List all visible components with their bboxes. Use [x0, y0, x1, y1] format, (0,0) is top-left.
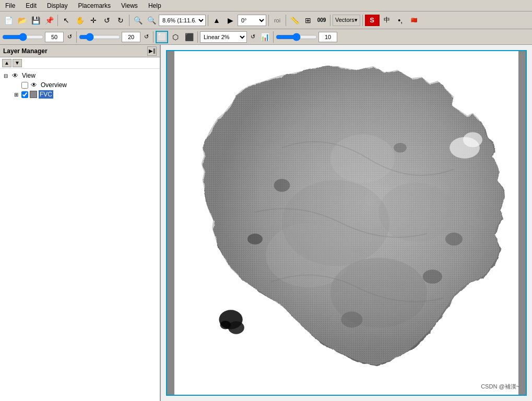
svg-point-12 [379, 183, 454, 241]
zoom-out-button[interactable]: 🔍 [132, 14, 144, 27]
roi-icon[interactable]: roi [271, 14, 283, 27]
dot-menu[interactable]: •, [394, 14, 407, 27]
nav-right-button[interactable]: ▶ [224, 14, 237, 27]
lm-header: Layer Manager ▶‖ [0, 45, 160, 57]
measure-tool[interactable]: 📏 [288, 14, 301, 27]
menu-file[interactable]: File [2, 2, 18, 10]
svg-point-17 [394, 143, 407, 153]
sep10 [197, 31, 198, 43]
chinese-btn1[interactable]: 中 [381, 14, 393, 27]
svg-point-18 [341, 311, 362, 327]
lm-nav-up[interactable]: ▲ [2, 59, 11, 67]
brightness-slider[interactable] [2, 33, 44, 41]
menu-placemarks[interactable]: Placemarks [75, 2, 114, 10]
sep8 [76, 31, 77, 43]
open-button[interactable]: 📂 [16, 14, 28, 27]
sep3 [208, 15, 208, 26]
overview-expand[interactable] [13, 81, 20, 89]
pin-button[interactable]: 📌 [43, 14, 55, 27]
undo-button[interactable]: ↺ [101, 14, 113, 27]
svg-point-16 [274, 179, 290, 192]
grid-tool[interactable]: ⊞ [302, 14, 314, 27]
contrast-refresh[interactable]: ↺ [141, 32, 151, 42]
map-svg [167, 51, 526, 395]
svg-point-7 [228, 321, 244, 334]
fvc-layer-icon [30, 91, 37, 98]
svg-point-10 [463, 132, 482, 147]
menu-display[interactable]: Display [44, 2, 70, 10]
toolbar1: 📄 📂 💾 📌 ↖ ✋ ✛ ↺ ↻ 🔍 🔍 8.6% (1:11.6...) ▲… [0, 11, 532, 29]
lm-tree: ⊟ 👁 View 👁 Overview ⊞ FVC [0, 69, 160, 401]
svg-point-21 [445, 233, 463, 246]
stretch-apply-btn[interactable]: ⬛ [183, 31, 195, 43]
stretch-roi-btn[interactable]: ⬡ [169, 31, 182, 43]
move-tool[interactable]: ✛ [87, 14, 100, 27]
brightness-input[interactable] [45, 32, 64, 42]
map-viewer[interactable]: CSDN @補漢~ [161, 45, 532, 401]
tree-fvc-node: ⊞ FVC [13, 90, 158, 99]
main: Layer Manager ▶‖ ▲ ▼ ⊟ 👁 View 👁 Overview [0, 45, 532, 401]
menu-help[interactable]: Help [145, 2, 164, 10]
gamma-slider-group [276, 33, 317, 41]
overview-checkbox[interactable] [21, 82, 28, 89]
svg-point-19 [423, 270, 442, 284]
view-expand[interactable]: ⊟ [2, 72, 9, 79]
fvc-label[interactable]: FVC [39, 90, 53, 99]
save-button[interactable]: 💾 [29, 14, 42, 27]
sep1 [57, 15, 58, 26]
svg-point-11 [330, 135, 395, 183]
menubar: File Edit Display Placemarks Views Help [0, 0, 532, 11]
lm-nav-down[interactable]: ▼ [13, 59, 22, 67]
contrast-slider[interactable] [79, 33, 121, 41]
gamma-input[interactable] [318, 32, 337, 42]
stretch-select[interactable]: Linear 2% [200, 31, 247, 43]
redo-button[interactable]: ↻ [114, 14, 127, 27]
fvc-expand[interactable]: ⊞ [13, 91, 20, 98]
vectors-button[interactable]: Vectors▾ [333, 15, 360, 26]
sep9 [153, 31, 153, 43]
vectors-label: Vectors▾ [335, 17, 358, 23]
menu-views[interactable]: Views [118, 2, 141, 10]
stats-button[interactable]: 009 [315, 14, 328, 27]
china-icon[interactable]: 🇨🇳 [408, 14, 420, 27]
pan-tool[interactable]: ✋ [74, 14, 86, 27]
tree-overview-node: 👁 Overview [13, 80, 158, 90]
lm-title: Layer Manager [3, 47, 48, 55]
view-label[interactable]: View [21, 71, 37, 80]
lm-collapse-btn[interactable]: ▶‖ [147, 46, 157, 56]
brightness-refresh[interactable]: ↺ [65, 32, 74, 42]
map-frame: CSDN @補漢~ [166, 50, 527, 396]
stretch-icon[interactable]: 📊 [258, 31, 271, 43]
sep11 [273, 31, 274, 43]
angle-select[interactable]: 0° [238, 15, 266, 26]
new-button[interactable]: 📄 [2, 14, 15, 27]
svg-point-8 [220, 321, 231, 329]
sagi-logo: S [365, 15, 380, 26]
sep4 [268, 15, 269, 26]
layer-manager: Layer Manager ▶‖ ▲ ▼ ⊟ 👁 View 👁 Overview [0, 45, 161, 401]
zoom-in-button[interactable]: 🔍 [145, 14, 158, 27]
select-tool[interactable]: ↖ [60, 14, 73, 27]
fvc-checkbox[interactable] [21, 91, 28, 98]
svg-point-15 [282, 180, 389, 266]
stretch-refresh[interactable]: ↺ [248, 32, 257, 42]
sep6 [330, 15, 330, 26]
sep2 [129, 15, 129, 26]
svg-point-20 [247, 234, 263, 245]
tree-view-node: ⊟ 👁 View [2, 71, 158, 80]
view-icon: 👁 [11, 71, 19, 80]
contrast-input[interactable] [122, 32, 140, 42]
menu-edit[interactable]: Edit [22, 2, 40, 10]
sep7 [362, 15, 363, 26]
stretch-rect-btn[interactable]: ⬜ [156, 31, 168, 43]
toolbar2: ↺ ↺ ⬜ ⬡ ⬛ Linear 2% ↺ 📊 [0, 29, 532, 45]
brightness-slider-group [2, 33, 44, 41]
nav-up-button[interactable]: ▲ [210, 14, 223, 27]
zoom-select[interactable]: 8.6% (1:11.6...) [159, 15, 206, 26]
overview-label[interactable]: Overview [40, 81, 68, 89]
watermark: CSDN @補漢~ [481, 383, 519, 391]
lm-nav: ▲ ▼ [0, 57, 160, 69]
tree-overview-group: 👁 Overview ⊞ FVC [13, 80, 158, 99]
gamma-slider[interactable] [276, 33, 317, 41]
contrast-slider-group [79, 33, 121, 41]
